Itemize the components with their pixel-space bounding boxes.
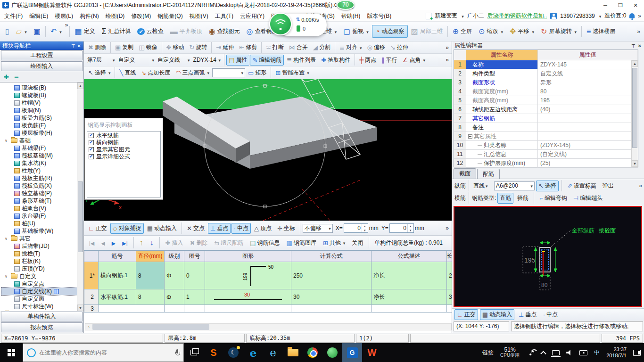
type-combobox[interactable]: 自定义线 bbox=[156, 55, 191, 65]
laptop-tray-icon[interactable] bbox=[549, 343, 563, 362]
menu-cloud[interactable]: 云应用(Y) bbox=[237, 10, 268, 22]
tree-item[interactable]: 筏板负筋(X) bbox=[1, 182, 83, 189]
tree-item[interactable]: 条形基础(T) bbox=[1, 197, 83, 205]
property-name[interactable]: 备注 bbox=[466, 123, 538, 132]
microphone-icon[interactable] bbox=[175, 349, 180, 356]
move-down-button[interactable] bbox=[148, 238, 156, 248]
link-toolbar-label[interactable]: 链接 bbox=[479, 343, 497, 362]
top-view-button[interactable]: 俯视 bbox=[340, 25, 372, 38]
rotate-button[interactable]: 旋转 bbox=[187, 42, 209, 53]
pick-element-button[interactable]: 拾取构件 bbox=[319, 55, 353, 66]
property-name[interactable]: 保护层厚度(mm) bbox=[466, 159, 538, 168]
overflow-icon[interactable] bbox=[446, 225, 449, 231]
popout-button[interactable]: 弹出 bbox=[600, 181, 616, 191]
save-button[interactable] bbox=[30, 25, 44, 38]
tree-item[interactable]: 楼层板带(H) bbox=[1, 129, 83, 137]
property-value[interactable]: ZDYX-145 bbox=[538, 60, 638, 69]
taskbar-app-explorer[interactable] bbox=[283, 343, 303, 362]
expander-icon[interactable]: ∨ bbox=[5, 237, 9, 241]
property-name[interactable]: 构件类型 bbox=[466, 69, 538, 78]
taskbar-search-input[interactable] bbox=[39, 349, 150, 356]
align-button[interactable]: 对齐 bbox=[337, 42, 364, 53]
category-combobox[interactable]: 自定义 bbox=[117, 55, 156, 65]
pin-icon[interactable] bbox=[631, 42, 636, 49]
empty-cell[interactable] bbox=[184, 305, 205, 313]
header-grade[interactable]: 级别 bbox=[165, 251, 184, 262]
spin-down-icon[interactable]: ▼ bbox=[409, 229, 412, 232]
point-angle-button[interactable]: 点角 bbox=[400, 55, 428, 66]
move-up-button[interactable] bbox=[137, 238, 146, 248]
property-name[interactable]: 轴线距左边线距离 bbox=[466, 105, 538, 114]
property-value[interactable]: (ZDYX-145) bbox=[538, 141, 638, 150]
point-length-button[interactable]: 点加长度 bbox=[139, 67, 173, 78]
trim-button[interactable]: 修剪 bbox=[237, 42, 259, 53]
draw-input-button[interactable]: 绘图输入 bbox=[1, 61, 83, 71]
element-list-button[interactable]: 构件列表 bbox=[284, 55, 318, 66]
offset-combobox[interactable]: 不偏移 bbox=[303, 224, 333, 233]
tree-item[interactable]: 板洞(N) bbox=[1, 107, 83, 114]
menu-tools[interactable]: 工具(T) bbox=[212, 10, 237, 22]
other-button[interactable]: 其他 bbox=[321, 238, 347, 248]
property-name[interactable]: 汇总信息 bbox=[466, 150, 538, 159]
scroll-thumb[interactable] bbox=[92, 324, 209, 330]
empty-cell[interactable] bbox=[372, 305, 447, 313]
taskbar-app-night-mode[interactable]: ☾ bbox=[223, 343, 243, 362]
menu-draw[interactable]: 绘图(D) bbox=[102, 10, 128, 22]
close-editor-button[interactable]: 关闭 bbox=[349, 238, 365, 248]
property-value[interactable]: 80 bbox=[538, 87, 638, 96]
taskbar-app-edge[interactable]: e bbox=[243, 343, 263, 362]
single-element-input-button[interactable]: 单构件输入 bbox=[1, 312, 83, 321]
y-value[interactable]: 0 bbox=[390, 224, 407, 232]
parallel-button[interactable]: 平行 bbox=[379, 55, 400, 66]
floor-combobox[interactable]: 第7层 bbox=[86, 55, 116, 65]
overflow-icon[interactable] bbox=[638, 13, 641, 19]
empty-cell[interactable] bbox=[291, 305, 372, 313]
tree-folder[interactable]: ∨其它 bbox=[1, 235, 83, 242]
summarize-button[interactable]: 汇总计算 bbox=[99, 25, 134, 38]
spinner-arrows[interactable]: ▲▼ bbox=[362, 224, 368, 232]
pan-button[interactable]: 平移 bbox=[506, 25, 537, 38]
spin-down-icon[interactable]: ▼ bbox=[363, 229, 366, 232]
intersection-button[interactable]: 交点 bbox=[184, 223, 207, 234]
screen-rotate-button[interactable]: 屏幕旋转 bbox=[537, 25, 580, 38]
tree-item[interactable]: 板负筋(F) bbox=[1, 122, 83, 129]
table-row[interactable]: 3 bbox=[84, 305, 452, 313]
checkbox-checked-icon[interactable] bbox=[89, 147, 94, 152]
spin-up-icon[interactable]: ▲ bbox=[363, 225, 366, 228]
empty-cell[interactable] bbox=[205, 305, 291, 313]
property-name[interactable]: 截面高度(mm) bbox=[466, 96, 538, 105]
spinner-arrows[interactable]: ▲▼ bbox=[407, 224, 413, 232]
overflow-icon[interactable] bbox=[637, 28, 640, 35]
delete-button[interactable]: 删除 bbox=[86, 42, 108, 53]
checkbox-checked-icon[interactable] bbox=[89, 133, 94, 138]
bar-name-cell[interactable]: 水平纵筋.1 bbox=[99, 289, 136, 305]
offset-button[interactable]: 偏移 bbox=[364, 42, 387, 53]
cpu-monitor[interactable]: 51%CPU使用 bbox=[497, 343, 523, 362]
pin-icon[interactable] bbox=[71, 42, 75, 49]
header-figure[interactable]: 图形 bbox=[205, 251, 291, 262]
property-row[interactable]: 1名称ZDYX-145 bbox=[454, 60, 638, 69]
empty-cell[interactable] bbox=[99, 305, 136, 313]
property-row[interactable]: 9其它属性 bbox=[454, 132, 638, 141]
three-point-arc-button[interactable]: 三点画弧 bbox=[173, 67, 212, 78]
property-name[interactable]: 截面宽度(mm) bbox=[466, 87, 538, 96]
shape-no-cell[interactable]: 1 bbox=[184, 289, 205, 305]
overflow-icon[interactable] bbox=[65, 22, 68, 28]
net-speed-widget[interactable]: 0.00K/s 0 bbox=[269, 13, 327, 37]
tree-item[interactable]: 桩承台(V) bbox=[1, 205, 83, 212]
rebar-library-button[interactable]: 钢筋图库 bbox=[284, 238, 319, 248]
straight-rebar-button[interactable]: 直筋 bbox=[497, 193, 513, 204]
tree-item[interactable]: 筏板基础(M) bbox=[1, 152, 83, 159]
expander-icon[interactable]: ∨ bbox=[5, 274, 9, 279]
smart-layout-button[interactable]: 智能布置 bbox=[273, 67, 311, 78]
split-button[interactable]: 分割 bbox=[311, 42, 333, 53]
checkbox-checked-icon[interactable] bbox=[89, 140, 94, 145]
checkbox-checked-icon[interactable] bbox=[89, 154, 94, 159]
row-number[interactable]: 1* bbox=[84, 262, 99, 289]
first-row-button[interactable] bbox=[87, 238, 97, 248]
property-name[interactable]: 其它钢筋 bbox=[466, 114, 538, 123]
ime-indicator[interactable]: 中 bbox=[591, 343, 603, 362]
perpendicular-button[interactable]: 垂点 bbox=[516, 309, 539, 320]
y-input[interactable]: 0▲▼ bbox=[389, 223, 414, 233]
tree-scrollbar[interactable]: ▲ ▼ bbox=[77, 82, 83, 311]
